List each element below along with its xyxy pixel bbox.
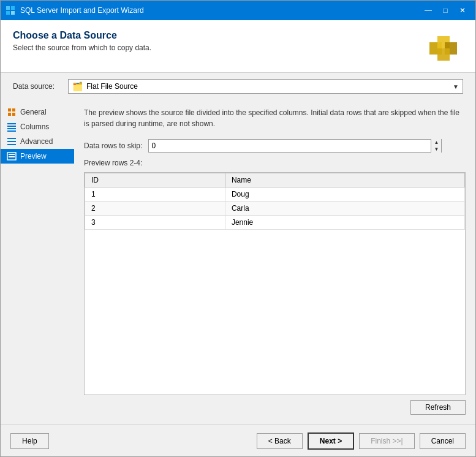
refresh-button[interactable]: Refresh <box>410 400 466 415</box>
header-section: Choose a Data Source Select the source f… <box>1 20 475 73</box>
sidebar: General Columns Advanced <box>1 100 74 425</box>
table-cell: Carla <box>225 202 464 216</box>
svg-rect-15 <box>7 130 16 132</box>
minimize-button[interactable]: — <box>420 4 436 17</box>
svg-rect-7 <box>437 48 450 61</box>
col-header-id: ID <box>85 173 225 187</box>
refresh-row: Refresh <box>84 395 466 417</box>
datasource-select-icon: 🗂️ <box>72 81 83 91</box>
maximize-button[interactable]: □ <box>437 4 453 17</box>
preview-table-wrap: ID Name 1Doug2Carla3Jennie <box>84 172 466 395</box>
svg-rect-13 <box>7 126 16 127</box>
main-window: SQL Server Import and Export Wizard — □ … <box>0 0 476 457</box>
preview-table: ID Name 1Doug2Carla3Jennie <box>85 173 465 230</box>
back-button[interactable]: < Back <box>257 433 303 449</box>
sidebar-item-columns[interactable]: Columns <box>1 119 74 134</box>
table-cell: Doug <box>225 187 464 202</box>
spinner-up-button[interactable]: ▲ <box>431 139 441 146</box>
svg-rect-10 <box>8 113 11 116</box>
skip-input[interactable] <box>149 140 431 152</box>
sidebar-item-advanced[interactable]: Advanced <box>1 134 74 149</box>
table-row: 2Carla <box>85 202 465 216</box>
svg-rect-14 <box>7 128 16 129</box>
table-cell: Jennie <box>225 216 464 230</box>
description-text: The preview shows the source file divide… <box>84 107 466 129</box>
svg-rect-2 <box>6 11 10 15</box>
cancel-button[interactable]: Cancel <box>420 433 466 449</box>
datasource-label: Data source: <box>13 82 62 91</box>
skip-row: Data rows to skip: ▲ ▼ <box>84 139 466 153</box>
svg-rect-0 <box>6 6 10 10</box>
header-text: Choose a Data Source Select the source f… <box>13 30 426 52</box>
svg-rect-1 <box>11 6 15 10</box>
close-button[interactable]: ✕ <box>455 4 470 17</box>
skip-spinner: ▲ ▼ <box>431 139 441 153</box>
svg-rect-12 <box>7 123 16 124</box>
help-button[interactable]: Help <box>10 433 49 449</box>
finish-button[interactable]: Finish >>| <box>359 433 414 449</box>
general-icon <box>7 107 17 117</box>
skip-input-wrap: ▲ ▼ <box>148 139 442 153</box>
svg-rect-17 <box>7 141 16 142</box>
main-content: General Columns Advanced <box>1 100 475 425</box>
footer: Help < Back Next > Finish >>| Cancel <box>1 425 475 456</box>
svg-rect-11 <box>12 113 15 116</box>
spinner-down-button[interactable]: ▼ <box>431 146 441 153</box>
page-title: Choose a Data Source <box>13 30 426 41</box>
window-controls: — □ ✕ <box>420 4 470 17</box>
svg-rect-3 <box>11 11 15 15</box>
table-cell: 3 <box>85 216 225 230</box>
sidebar-item-preview-label: Preview <box>20 152 47 161</box>
col-header-name: Name <box>225 173 464 187</box>
page-subtitle: Select the source from which to copy dat… <box>13 43 426 52</box>
title-bar: SQL Server Import and Export Wizard — □ … <box>1 1 475 20</box>
svg-rect-18 <box>7 144 16 145</box>
skip-label: Data rows to skip: <box>84 142 142 150</box>
header-logo-icon <box>426 30 463 64</box>
preview-icon <box>7 151 17 161</box>
sidebar-item-advanced-label: Advanced <box>20 137 53 146</box>
datasource-row: Data source: 🗂️ Flat File Source ▼ <box>1 73 475 100</box>
sidebar-item-columns-label: Columns <box>20 123 49 131</box>
table-row: 3Jennie <box>85 216 465 230</box>
columns-icon <box>7 122 17 132</box>
preview-label: Preview rows 2-4: <box>84 159 466 167</box>
table-cell: 2 <box>85 202 225 216</box>
svg-rect-9 <box>12 108 15 111</box>
sidebar-item-preview[interactable]: Preview <box>1 149 74 164</box>
svg-rect-16 <box>7 138 16 139</box>
content-area: The preview shows the source file divide… <box>74 100 475 425</box>
window-title: SQL Server Import and Export Wizard <box>20 6 420 15</box>
datasource-select[interactable]: 🗂️ Flat File Source ▼ <box>68 79 463 94</box>
svg-rect-21 <box>9 156 15 157</box>
sidebar-item-general-label: General <box>20 108 47 116</box>
svg-rect-8 <box>8 108 11 111</box>
window-icon <box>6 6 15 15</box>
dropdown-arrow-icon: ▼ <box>453 83 459 90</box>
sidebar-item-general[interactable]: General <box>1 105 74 119</box>
advanced-icon <box>7 137 17 146</box>
table-row: 1Doug <box>85 187 465 202</box>
datasource-select-value: Flat File Source <box>86 82 138 91</box>
svg-rect-20 <box>9 154 15 155</box>
next-button[interactable]: Next > <box>308 432 354 450</box>
table-cell: 1 <box>85 187 225 202</box>
